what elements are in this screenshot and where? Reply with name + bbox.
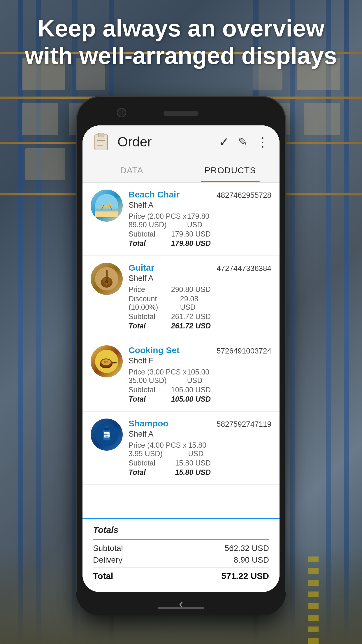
totals-delivery-value: 8.90 USD [234,555,269,565]
home-indicator[interactable] [158,607,204,609]
product-total-beach-chair: Total 179.80 USD [129,239,211,248]
tabs-container: DATA PRODUCTS [82,158,280,183]
product-subtotal-cooking-set: Subtotal 105.00 USD [129,386,211,394]
product-shelf-shampoo: Shelf A [129,430,211,439]
phone-screen: Order ✓ ✎ ⋮ DATA PRODUCTS [82,125,280,592]
product-total-shampoo: Total 15.80 USD [129,468,211,477]
totals-total-label: Total [93,571,113,581]
totals-total-value: 571.22 USD [222,571,269,581]
clipboard-icon [93,132,109,151]
phone-camera [117,108,126,117]
edit-icon[interactable]: ✎ [238,135,247,148]
product-image-cooking-set [91,345,123,377]
svg-rect-1 [98,133,104,137]
app-screen: Order ✓ ✎ ⋮ DATA PRODUCTS [82,125,280,592]
product-name-guitar: Guitar [129,263,211,273]
svg-rect-28 [106,426,108,428]
product-price-shampoo: Price (4.00 PCS x 3.95 USD) 15.80 USD [129,441,211,458]
totals-subtotal-label: Subtotal [93,544,123,553]
product-image-shampoo: Nature Box [91,419,123,451]
app-header: Order ✓ ✎ ⋮ [82,125,280,158]
svg-point-23 [106,361,108,363]
app-logo [93,132,112,151]
headline-text: Keep always an overview with well-arrang… [17,15,345,70]
svg-rect-24 [112,362,117,363]
product-subtotal-beach-chair: Subtotal 179.80 USD [129,230,211,238]
product-price-beach-chair: Price (2.00 PCS x 89.90 USD) 179.80 USD [129,212,211,229]
product-item-shampoo: Nature Box Shampoo Shelf A Price (4.00 P… [82,412,280,485]
totals-subtotal-row: Subtotal 562.32 USD [93,544,269,553]
product-price-guitar: Price 290.80 USD [129,285,211,294]
product-details-beach-chair: Beach Chair Shelf A Price (2.00 PCS x 89… [129,190,211,249]
product-total-guitar: Total 261.72 USD [129,322,211,330]
product-shelf-cooking-set: Shelf F [129,356,211,365]
product-details-guitar: Guitar Shelf A Price 290.80 USD Discount… [129,263,211,331]
totals-subtotal-value: 562.32 USD [224,544,269,553]
product-image-beach-chair [91,190,123,222]
more-icon[interactable]: ⋮ [256,134,269,149]
nav-bar: ‹ [76,592,286,615]
product-shelf-beach-chair: Shelf A [129,201,211,210]
phone-speaker [164,111,198,116]
svg-point-22 [104,361,106,363]
product-discount-guitar: Discount (10.00%) 29.08 USD [129,295,211,312]
products-list: Beach Chair Shelf A Price (2.00 PCS x 89… [82,183,280,518]
product-name-beach-chair: Beach Chair [129,190,211,200]
product-barcode-guitar: 4727447336384 [217,263,271,273]
header-actions: ✓ ✎ ⋮ [219,134,269,149]
product-name-cooking-set: Cooking Set [129,345,211,355]
product-barcode-beach-chair: 4827462955728 [217,190,271,200]
check-icon[interactable]: ✓ [219,134,229,149]
totals-section: Totals Subtotal 562.32 USD Delivery 8.90… [82,518,280,592]
product-item-guitar: Guitar Shelf A Price 290.80 USD Discount… [82,256,280,338]
totals-total-row: Total 571.22 USD [93,568,269,581]
product-item-beach-chair: Beach Chair Shelf A Price (2.00 PCS x 89… [82,183,280,256]
product-barcode-cooking-set: 5726491003724 [217,345,271,356]
totals-delivery-label: Delivery [93,555,122,565]
product-shelf-guitar: Shelf A [129,274,211,283]
product-details-shampoo: Shampoo Shelf A Price (4.00 PCS x 3.95 U… [129,419,211,477]
totals-title: Totals [93,525,269,535]
product-item-cooking-set: Cooking Set Shelf F Price (3.00 PCS x 35… [82,338,280,412]
product-price-cooking-set: Price (3.00 PCS x 35.00 USD) 105.00 USD [129,368,211,385]
product-subtotal-shampoo: Subtotal 15.80 USD [129,459,211,467]
product-image-guitar [91,263,123,295]
phone-device: Order ✓ ✎ ⋮ DATA PRODUCTS [76,96,286,615]
totals-divider [93,539,269,540]
totals-delivery-row: Delivery 8.90 USD [93,555,269,565]
product-total-cooking-set: Total 105.00 USD [129,395,211,403]
product-subtotal-guitar: Subtotal 261.72 USD [129,312,211,321]
svg-text:Box: Box [106,435,108,437]
app-title: Order [117,134,219,150]
product-barcode-shampoo: 5827592747119 [217,419,271,429]
svg-rect-7 [95,209,118,211]
tab-products[interactable]: PRODUCTS [181,158,280,182]
product-details-cooking-set: Cooking Set Shelf F Price (3.00 PCS x 35… [129,345,211,404]
tab-data[interactable]: DATA [82,158,181,182]
product-name-shampoo: Shampoo [129,419,211,428]
headline-container: Keep always an overview with well-arrang… [0,15,362,70]
